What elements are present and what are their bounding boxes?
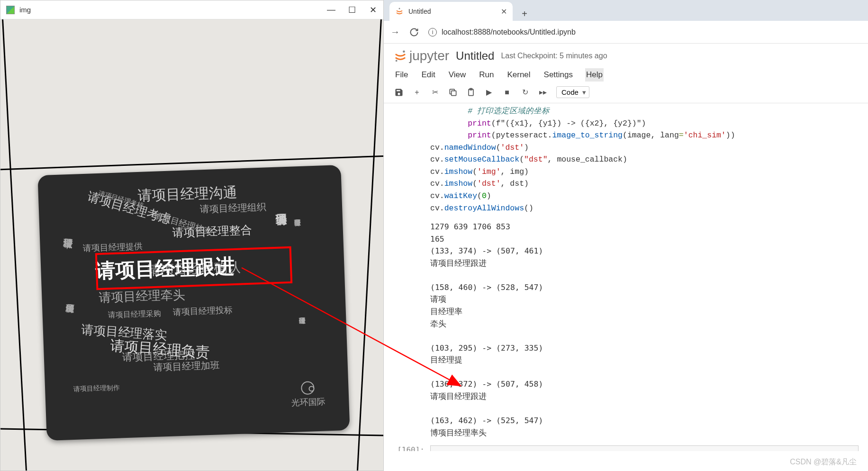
tab-title: Untitled (408, 8, 496, 15)
code-cell: # 打印选定区域的坐标 print(f"({x1}, {y1}) -> ({x2… (384, 103, 868, 216)
site-info-icon[interactable]: i (428, 28, 437, 36)
menu-run[interactable]: Run (478, 68, 495, 82)
checkpoint-text: Last Checkpoint: 5 minutes ago (501, 52, 607, 60)
minimize-button[interactable]: — (326, 5, 336, 15)
code-content[interactable]: # 打印选定区域的坐标 print(f"({x1}, {y1}) -> ({x2… (430, 105, 868, 214)
forward-button[interactable]: → (390, 27, 400, 37)
tab-close-icon[interactable]: ✕ (501, 7, 507, 16)
window-title: img (19, 6, 326, 14)
url-field[interactable]: i localhost:8888/notebooks/Untitled.ipyn… (428, 28, 861, 36)
watermark: CSDN @碧落&凡尘 (790, 457, 857, 467)
cell-prompt: [160]: (384, 444, 430, 451)
fast-forward-button[interactable]: ▸▸ (538, 88, 548, 97)
svg-line-0 (242, 268, 460, 385)
annotation-arrow (237, 263, 469, 396)
notebook-title[interactable]: Untitled (456, 49, 494, 63)
menu-settings[interactable]: Settings (543, 68, 574, 82)
tab-strip: Untitled ✕ + (384, 0, 868, 21)
new-tab-button[interactable]: + (517, 7, 532, 21)
window-titlebar: img — ☐ ✕ (0, 0, 383, 19)
svg-rect-4 (452, 91, 456, 95)
cut-button[interactable]: ✂ (430, 88, 440, 97)
maximize-button[interactable]: ☐ (347, 5, 357, 15)
paste-button[interactable] (466, 88, 476, 97)
stop-button[interactable]: ■ (502, 88, 512, 97)
browser-tab[interactable]: Untitled ✕ (389, 2, 513, 21)
address-bar: → i localhost:8888/notebooks/Untitled.ip… (384, 21, 868, 44)
copy-button[interactable] (448, 88, 458, 97)
svg-point-3 (396, 60, 398, 62)
save-button[interactable] (394, 88, 404, 97)
menu-help[interactable]: Help (585, 68, 604, 82)
jupyter-logo[interactable]: jupyter (394, 48, 449, 63)
jupyter-header: jupyter Untitled Last Checkpoint: 5 minu… (384, 44, 868, 66)
reload-button[interactable] (409, 27, 419, 37)
svg-point-2 (403, 50, 405, 53)
add-cell-button[interactable]: + (412, 88, 422, 97)
menu-edit[interactable]: Edit (420, 68, 436, 82)
toolbar: + ✂ ▶ ■ ↻ ▸▸ Code (384, 83, 868, 103)
output-text: 1279 639 1706 853 165 (133, 374) -> (507… (430, 221, 868, 439)
close-button[interactable]: ✕ (368, 5, 378, 15)
image-viewport[interactable]: 请项目经理沟通 请项目经理组织 请项目经理整合 请项目经理考虑 请项目经理提供 … (0, 19, 383, 471)
run-button[interactable]: ▶ (484, 88, 494, 97)
cell-type-select[interactable]: Code (556, 86, 589, 98)
menu-kernel[interactable]: Kernel (506, 68, 531, 82)
menu-file[interactable]: File (394, 68, 409, 82)
restart-button[interactable]: ↻ (520, 88, 530, 97)
code-cell-2: [160]: [x for x in dir(cv) if x.startswi… (384, 444, 868, 451)
jupyter-favicon-icon (395, 7, 404, 16)
window-icon (6, 6, 15, 14)
opencv-window: img — ☐ ✕ 请项目经理沟通 请项目经理组织 请项目经理整合 请项目经理考… (0, 0, 384, 471)
browser-window: Untitled ✕ + → i localhost:8888/notebook… (384, 0, 868, 471)
menu-view[interactable]: View (448, 68, 467, 82)
menubar: File Edit View Run Kernel Settings Help (384, 66, 868, 83)
svg-point-1 (399, 8, 400, 9)
code-input[interactable]: [x for x in dir(cv) if x.startswith('EVE… (430, 445, 859, 451)
jupyter-logo-icon (394, 50, 407, 62)
